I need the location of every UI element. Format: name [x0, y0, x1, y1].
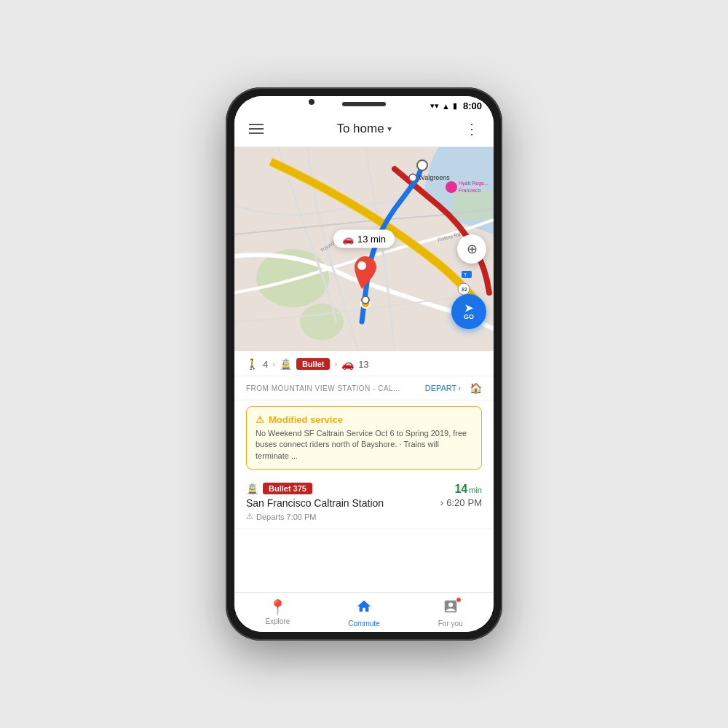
alert-title: ⚠ Modified service [256, 414, 472, 425]
status-icons: ▾▾ ▲ ▮ 8:00 [430, 100, 482, 111]
svg-point-19 [362, 296, 369, 304]
train-station-name: San Francisco Caltrain Station [246, 497, 384, 509]
route-arrow-2: › [334, 360, 337, 368]
alert-icon: ⚠ [256, 414, 264, 425]
train-badge-row: 🚊 Bullet 375 [246, 483, 384, 494]
alert-card[interactable]: ⚠ Modified service No Weekend SF Caltrai… [246, 406, 482, 470]
train-depart-row: ⚠ Departs 7:00 PM [246, 512, 384, 521]
time-arrow: › [440, 497, 443, 508]
svg-text:82: 82 [462, 287, 467, 292]
nav-item-explore[interactable]: 📍 Explore [234, 593, 321, 632]
svg-text:Hyatt Rege...: Hyatt Rege... [459, 181, 488, 186]
home-icon[interactable]: 🏠 [470, 382, 482, 394]
depart-button[interactable]: DEPART › [425, 384, 461, 392]
menu-button[interactable] [246, 121, 266, 137]
for-you-icon [443, 601, 459, 617]
depart-arrow: › [458, 384, 461, 392]
train-arrival-time: › 6:20 PM [440, 497, 482, 508]
signal-icon: ▲ [442, 102, 450, 111]
train-right: 14 min › 6:20 PM [440, 483, 482, 508]
phone-frame: ▾▾ ▲ ▮ 8:00 To home ▾ ⋮ [226, 87, 502, 641]
car-route-icon: 🚗 [341, 358, 354, 370]
top-bar: To home ▾ ⋮ [234, 114, 494, 147]
svg-text:Walgreens: Walgreens [419, 174, 450, 181]
depart-time-text: Departs 7:00 PM [256, 513, 317, 521]
nav-item-commute[interactable]: Commute [321, 593, 408, 632]
go-arrow-icon: ➤ [464, 303, 473, 313]
location-button[interactable]: ⊕ [457, 234, 486, 264]
more-options-button[interactable]: ⋮ [462, 117, 482, 141]
camera [309, 99, 314, 105]
alert-title-text: Modified service [269, 414, 343, 425]
route-summary: 🚶 4 › 🚊 Bullet › 🚗 13 [234, 351, 494, 376]
svg-point-6 [417, 160, 427, 170]
svg-point-3 [300, 304, 344, 340]
for-you-label: For you [438, 620, 463, 628]
explore-label: Explore [265, 617, 290, 625]
bottom-content: 🚶 4 › 🚊 Bullet › 🚗 13 FROM MOUNTAIN VIEW… [234, 351, 494, 592]
time-badge: 🚗 13 min [333, 230, 395, 248]
status-time: 8:00 [463, 100, 482, 111]
route-arrow-1: › [272, 360, 275, 368]
menu-line-2 [249, 128, 264, 130]
notification-badge [456, 597, 462, 603]
walk-icon: 🚶 [246, 358, 258, 370]
train-option-icon: 🚊 [246, 483, 258, 494]
train-icon: 🚊 [280, 358, 292, 370]
speaker [342, 102, 386, 106]
svg-point-9 [446, 181, 457, 193]
commute-icon [356, 598, 372, 618]
phone-screen: ▾▾ ▲ ▮ 8:00 To home ▾ ⋮ [234, 96, 494, 632]
station-label: FROM MOUNTAIN VIEW STATION - CAL... [246, 384, 400, 392]
commute-label: Commute [348, 620, 379, 628]
map-area[interactable]: Walgreens Hyatt Rege... Francisco Trousd… [234, 147, 494, 351]
train-minutes: 14 [454, 483, 467, 496]
station-row: FROM MOUNTAIN VIEW STATION - CAL... DEPA… [234, 376, 494, 400]
location-icon: ⊕ [467, 241, 478, 257]
svg-rect-4 [453, 191, 494, 220]
train-option[interactable]: 🚊 Bullet 375 San Francisco Caltrain Stat… [234, 475, 494, 529]
car-num: 13 [358, 359, 368, 370]
depart-warning-icon: ⚠ [246, 512, 253, 521]
min-label: min [469, 486, 482, 494]
svg-text:Francisco: Francisco [459, 188, 480, 193]
go-label: GO [464, 313, 474, 320]
wifi-icon: ▾▾ [430, 101, 439, 111]
explore-icon: 📍 [269, 598, 287, 616]
bullet-badge: Bullet [296, 358, 331, 370]
train-left: 🚊 Bullet 375 San Francisco Caltrain Stat… [246, 483, 384, 521]
time-badge-text: 13 min [357, 234, 386, 245]
title-text: To home [336, 122, 384, 136]
arrival-time: 6:20 [446, 497, 464, 508]
arrival-period: PM [468, 497, 483, 508]
depart-label: DEPART [425, 384, 457, 392]
bullet375-badge: Bullet 375 [263, 483, 312, 494]
menu-line-1 [249, 124, 264, 125]
nav-item-for-you[interactable]: For you [407, 593, 494, 632]
car-icon: 🚗 [342, 234, 354, 245]
dropdown-arrow-icon: ▾ [387, 124, 392, 134]
svg-point-7 [409, 174, 416, 181]
for-you-badge-container [443, 598, 459, 618]
alert-text: No Weekend SF Caltrain Service Oct 6 to … [256, 428, 472, 462]
bottom-nav: 📍 Explore Commute [234, 592, 494, 632]
walk-num: 4 [263, 359, 268, 370]
svg-point-18 [357, 261, 366, 270]
go-button[interactable]: ➤ GO [451, 294, 486, 329]
svg-text:T: T [464, 272, 467, 277]
top-title[interactable]: To home ▾ [336, 122, 391, 136]
battery-icon: ▮ [453, 101, 457, 111]
menu-line-3 [249, 132, 264, 134]
